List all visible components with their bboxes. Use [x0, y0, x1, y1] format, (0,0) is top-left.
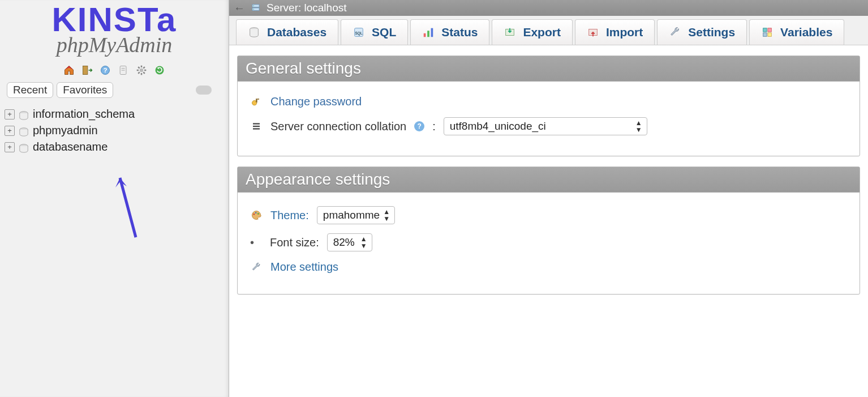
gear-icon[interactable]	[135, 64, 148, 76]
chevron-updown-icon: ▲▼	[635, 119, 642, 133]
svg-point-22	[253, 6, 255, 7]
svg-point-43	[255, 212, 257, 214]
collation-value: utf8mb4_unicode_ci	[450, 120, 546, 133]
panel-title: Appearance settings	[238, 167, 860, 193]
svg-line-19	[120, 178, 136, 237]
expand-icon[interactable]: +	[5, 142, 15, 152]
database-tree: + information_schema + phpmyadmin + data…	[0, 100, 229, 161]
server-breadcrumb[interactable]: Server: localhost	[267, 2, 347, 14]
chevron-updown-icon: ▲▼	[383, 208, 390, 222]
brand: KINSTa phpMyAdmin	[0, 0, 229, 61]
collation-label: Server connection collation	[270, 120, 406, 133]
svg-point-6	[140, 69, 144, 72]
font-size-select[interactable]: 82% ▲▼	[327, 233, 372, 251]
change-password-link[interactable]: Change password	[270, 95, 362, 108]
tab-export[interactable]: Export	[492, 19, 573, 45]
main-nav: Databases SQL SQL Status Export	[229, 16, 868, 45]
svg-text:SQL: SQL	[355, 31, 362, 36]
svg-line-14	[143, 67, 145, 69]
panel-title: General settings	[238, 56, 860, 82]
link-toggle-icon[interactable]	[196, 86, 212, 95]
tree-item-label: information_schema	[33, 108, 135, 121]
database-icon	[18, 110, 29, 119]
font-size-row: Font size: 82% ▲▼	[250, 229, 847, 256]
theme-row: Theme: pmahomme ▲▼	[250, 202, 847, 229]
svg-rect-35	[768, 33, 771, 36]
sidebar-icon-toolbar: ?	[0, 61, 229, 80]
main: ← Server: localhost Databases SQL SQL	[229, 0, 868, 397]
tab-label: Settings	[688, 25, 735, 39]
svg-rect-34	[763, 33, 767, 36]
svg-rect-29	[431, 28, 433, 37]
tab-label: Export	[523, 25, 561, 39]
wrench-icon	[669, 26, 681, 39]
wrench-icon	[250, 261, 263, 274]
tab-databases[interactable]: Databases	[236, 19, 338, 45]
reload-icon[interactable]	[153, 64, 166, 76]
svg-line-11	[138, 67, 140, 69]
svg-rect-0	[83, 66, 88, 75]
svg-text:?: ?	[103, 66, 107, 74]
tab-import[interactable]: Import	[575, 19, 655, 45]
back-button[interactable]: ←	[234, 2, 245, 14]
key-icon	[250, 96, 263, 108]
palette-icon	[250, 209, 263, 221]
tab-label: Status	[441, 25, 478, 39]
collation-select[interactable]: utf8mb4_unicode_ci ▲▼	[444, 117, 647, 135]
chevron-updown-icon: ▲▼	[360, 236, 367, 249]
tab-settings[interactable]: Settings	[657, 19, 747, 45]
expand-icon[interactable]: +	[5, 109, 15, 119]
more-settings-link[interactable]: More settings	[270, 261, 338, 274]
home-icon[interactable]	[63, 64, 75, 76]
export-icon	[504, 26, 516, 39]
database-icon	[18, 126, 29, 135]
tab-label: SQL	[372, 25, 396, 39]
tab-label: Databases	[267, 25, 326, 39]
tab-status[interactable]: Status	[410, 19, 489, 45]
theme-value: pmahomme	[323, 209, 380, 221]
sidebar: KINSTa phpMyAdmin ? Recent	[0, 0, 229, 397]
tab-variables[interactable]: Variables	[749, 19, 844, 45]
svg-point-42	[253, 214, 255, 215]
logout-icon[interactable]	[81, 64, 93, 76]
svg-rect-37	[256, 99, 257, 103]
help-icon[interactable]: ?	[414, 121, 424, 131]
import-icon	[587, 26, 599, 39]
brand-phpmyadmin-logo: phpMyAdmin	[0, 32, 229, 57]
svg-line-12	[143, 72, 145, 73]
svg-rect-28	[427, 31, 429, 37]
tab-label: Import	[606, 25, 643, 39]
tree-item-databasename[interactable]: + databasename	[5, 139, 224, 155]
list-icon	[250, 120, 263, 133]
tab-label: Variables	[780, 25, 832, 39]
brand-kinsta-logo: KINSTa	[0, 3, 229, 36]
annotation-arrow-icon	[113, 169, 147, 243]
favorites-button[interactable]: Favorites	[57, 82, 113, 98]
change-password-row: Change password	[250, 91, 847, 113]
topbar: ← Server: localhost	[229, 0, 868, 16]
svg-rect-27	[424, 33, 426, 37]
tab-sql[interactable]: SQL SQL	[341, 19, 408, 45]
sidebar-tabs: Recent Favorites	[0, 80, 229, 100]
server-icon	[251, 3, 261, 13]
tree-item-information-schema[interactable]: + information_schema	[5, 106, 224, 122]
database-icon	[248, 26, 260, 39]
docs-icon[interactable]	[117, 64, 130, 76]
font-size-value: 82%	[333, 236, 355, 249]
theme-select[interactable]: pmahomme ▲▼	[317, 206, 395, 224]
recent-button[interactable]: Recent	[7, 82, 53, 98]
svg-point-44	[257, 213, 259, 215]
variables-icon	[761, 26, 774, 39]
expand-icon[interactable]: +	[5, 126, 15, 136]
sql-icon: SQL	[353, 26, 365, 39]
tree-item-phpmyadmin[interactable]: + phpmyadmin	[5, 122, 224, 139]
panel-appearance-settings: Appearance settings Theme: pmahomme ▲▼ F…	[237, 167, 860, 294]
svg-rect-33	[768, 28, 771, 32]
svg-rect-32	[763, 28, 767, 32]
database-icon	[18, 143, 29, 152]
help-icon[interactable]: ?	[99, 64, 111, 76]
tree-item-label: phpmyadmin	[33, 124, 98, 137]
theme-label: Theme:	[270, 209, 309, 222]
collation-row: Server connection collation ? : utf8mb4_…	[250, 113, 847, 140]
status-icon	[422, 26, 435, 39]
